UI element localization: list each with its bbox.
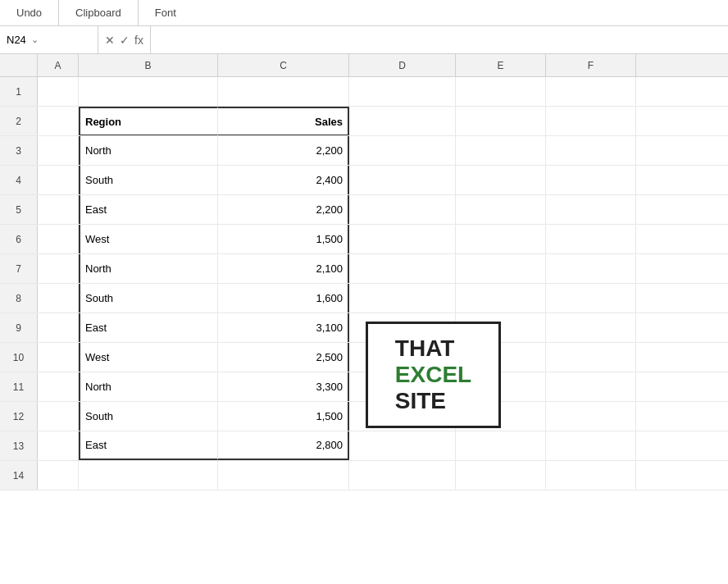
font-section: Font xyxy=(139,0,193,25)
cell-13-f[interactable] xyxy=(546,431,636,460)
cell-6-d[interactable] xyxy=(349,225,456,253)
col-header-a[interactable]: A xyxy=(38,54,79,76)
table-row: 7North2,100 xyxy=(0,254,728,284)
cell-ref-dropdown-icon[interactable]: ⌄ xyxy=(31,34,39,45)
confirm-icon[interactable]: ✓ xyxy=(120,34,130,47)
cell-4-e[interactable] xyxy=(456,166,546,194)
cell-14-d[interactable] xyxy=(349,461,456,490)
cell-11-c[interactable]: 3,300 xyxy=(218,372,349,401)
cell-9-c[interactable]: 3,100 xyxy=(218,313,349,342)
cell-4-f[interactable] xyxy=(546,166,636,194)
cell-6-e[interactable] xyxy=(456,225,546,253)
col-header-c[interactable]: C xyxy=(218,54,349,76)
row-num-9: 9 xyxy=(0,313,38,342)
cell-3-d[interactable] xyxy=(349,136,456,165)
cell-7-d[interactable] xyxy=(349,254,456,283)
undo-label[interactable]: Undo xyxy=(16,7,42,19)
cell-12-f[interactable] xyxy=(546,402,636,431)
cell-5-f[interactable] xyxy=(546,195,636,224)
cell-3-b[interactable]: North xyxy=(79,136,218,165)
cell-1-c[interactable] xyxy=(218,77,349,106)
cell-1-a[interactable] xyxy=(38,77,79,106)
cell-4-d[interactable] xyxy=(349,166,456,194)
cell-9-f[interactable] xyxy=(546,313,636,342)
cell-13-b[interactable]: East xyxy=(79,431,218,460)
cell-12-c[interactable]: 1,500 xyxy=(218,402,349,431)
row-num-2: 2 xyxy=(0,107,38,135)
cell-4-c[interactable]: 2,400 xyxy=(218,166,349,194)
cell-14-b[interactable] xyxy=(79,461,218,490)
cell-8-e[interactable] xyxy=(456,284,546,313)
cell-10-b[interactable]: West xyxy=(79,343,218,372)
cell-2-a[interactable] xyxy=(38,107,79,135)
cell-5-e[interactable] xyxy=(456,195,546,224)
cell-7-c[interactable]: 2,100 xyxy=(218,254,349,283)
formula-bar: N24 ⌄ ✕ ✓ fx xyxy=(0,26,728,54)
cell-10-a[interactable] xyxy=(38,343,79,372)
toolbar: Undo Clipboard Font xyxy=(0,0,728,26)
table-row: 8South1,600 xyxy=(0,284,728,313)
cell-7-b[interactable]: North xyxy=(79,254,218,283)
cell-2-e[interactable] xyxy=(456,107,546,135)
cell-7-f[interactable] xyxy=(546,254,636,283)
col-header-d[interactable]: D xyxy=(349,54,456,76)
cell-1-d[interactable] xyxy=(349,77,456,106)
cell-8-d[interactable] xyxy=(349,284,456,313)
cell-12-b[interactable]: South xyxy=(79,402,218,431)
cell-11-a[interactable] xyxy=(38,372,79,401)
cell-13-a[interactable] xyxy=(38,431,79,460)
formula-controls: ✕ ✓ fx xyxy=(98,26,151,53)
cell-6-c[interactable]: 1,500 xyxy=(218,225,349,253)
cell-11-f[interactable] xyxy=(546,372,636,401)
cell-12-a[interactable] xyxy=(38,402,79,431)
cell-5-a[interactable] xyxy=(38,195,79,224)
cell-14-a[interactable] xyxy=(38,461,79,490)
fx-icon[interactable]: fx xyxy=(134,34,143,47)
cell-2-f[interactable] xyxy=(546,107,636,135)
cell-6-f[interactable] xyxy=(546,225,636,253)
cell-2-c[interactable]: Sales xyxy=(218,107,349,135)
cell-13-c[interactable]: 2,800 xyxy=(218,431,349,460)
cell-14-c[interactable] xyxy=(218,461,349,490)
cell-14-e[interactable] xyxy=(456,461,546,490)
cell-8-b[interactable]: South xyxy=(79,284,218,313)
cell-8-c[interactable]: 1,600 xyxy=(218,284,349,313)
col-header-b[interactable]: B xyxy=(79,54,218,76)
cell-9-a[interactable] xyxy=(38,313,79,342)
cell-1-e[interactable] xyxy=(456,77,546,106)
cell-5-b[interactable]: East xyxy=(79,195,218,224)
clipboard-section: Clipboard xyxy=(59,0,139,25)
cell-3-e[interactable] xyxy=(456,136,546,165)
cell-6-a[interactable] xyxy=(38,225,79,253)
cell-5-d[interactable] xyxy=(349,195,456,224)
cell-3-f[interactable] xyxy=(546,136,636,165)
cell-2-b[interactable]: Region xyxy=(79,107,218,135)
cell-2-d[interactable] xyxy=(349,107,456,135)
cell-8-a[interactable] xyxy=(38,284,79,313)
cell-7-e[interactable] xyxy=(456,254,546,283)
cell-14-f[interactable] xyxy=(546,461,636,490)
cell-6-b[interactable]: West xyxy=(79,225,218,253)
cell-3-a[interactable] xyxy=(38,136,79,165)
row-num-header-corner xyxy=(0,54,38,76)
cell-8-f[interactable] xyxy=(546,284,636,313)
cell-13-d[interactable] xyxy=(349,431,456,460)
cell-9-d[interactable]: THATEXCELSITE xyxy=(349,313,456,342)
cell-13-e[interactable] xyxy=(456,431,546,460)
cell-4-a[interactable] xyxy=(38,166,79,194)
cell-10-f[interactable] xyxy=(546,343,636,372)
col-header-f[interactable]: F xyxy=(546,54,636,76)
cell-10-c[interactable]: 2,500 xyxy=(218,343,349,372)
cell-1-f[interactable] xyxy=(546,77,636,106)
cell-3-c[interactable]: 2,200 xyxy=(218,136,349,165)
col-header-e[interactable]: E xyxy=(456,54,546,76)
row-num-8: 8 xyxy=(0,284,38,313)
cell-1-b[interactable] xyxy=(79,77,218,106)
cell-5-c[interactable]: 2,200 xyxy=(218,195,349,224)
cell-11-b[interactable]: North xyxy=(79,372,218,401)
cell-7-a[interactable] xyxy=(38,254,79,283)
cell-9-b[interactable]: East xyxy=(79,313,218,342)
cell-4-b[interactable]: South xyxy=(79,166,218,194)
formula-input[interactable] xyxy=(151,26,728,53)
cancel-icon[interactable]: ✕ xyxy=(105,34,115,47)
